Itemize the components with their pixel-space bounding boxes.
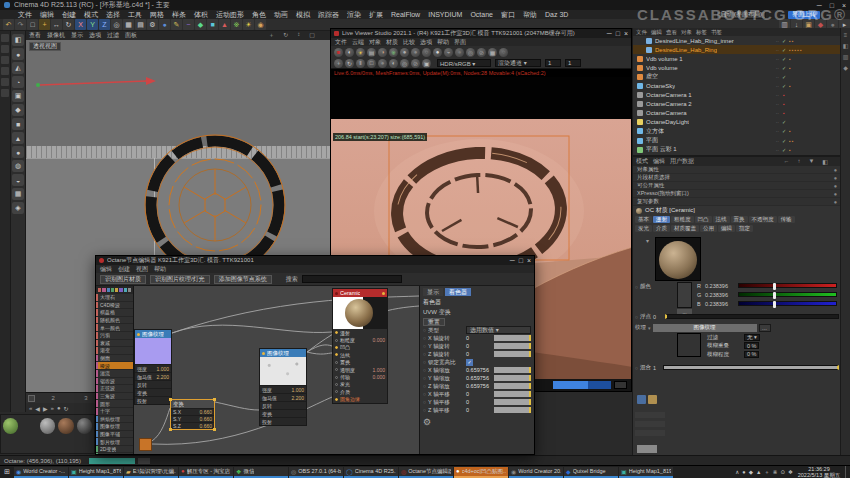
redo-icon[interactable]: ↷ [15,19,26,30]
value-slider[interactable] [494,391,531,397]
image-texture-node-2[interactable]: 图像纹理 强度1.000伽马值2.200反转变换投射 [259,348,307,426]
texture-param-row[interactable]: 过滤 无 ▾ [707,333,835,342]
task-quixel[interactable]: ◆ Quixel Bridge [564,467,618,478]
lv-toolbar-icon[interactable]: ＋ [334,59,343,68]
render-settings-icon[interactable]: ⚙ [147,19,158,30]
dock-tab-icon[interactable]: ◆ [843,64,848,71]
material-tab[interactable]: 传输 [778,216,795,223]
lv-toolbar-icon[interactable]: ‖ [356,59,365,68]
object-state-icon[interactable]: ▪ [779,101,789,107]
menu-item[interactable]: 渲染 [347,10,361,20]
texture-options-button[interactable]: ... [759,324,771,332]
lv-toolbar-icon[interactable]: ● [400,48,409,57]
object-row[interactable]: OctaneSky ·· ✓ ▪ [633,81,841,90]
value-slider[interactable] [494,343,531,349]
task-c4d[interactable]: ◯ Cinema 4D R25.1... [344,467,398,478]
float-slider[interactable] [665,314,839,319]
object-row[interactable]: OctaneCamera 2 ·· ▪ [633,100,841,109]
mode-icon[interactable] [1,45,9,53]
lv-toolbar-icon[interactable]: ☀ [356,48,365,57]
object-tags[interactable]: ▪ [789,147,841,153]
menu-item[interactable]: 角色 [252,10,266,20]
lv-toolbar-icon[interactable]: ◐ [389,59,398,68]
generator-icon[interactable]: ◆ [195,19,206,30]
lv-field-1[interactable]: 1 [545,59,561,67]
material-thumbnail[interactable] [3,418,18,434]
node-param-row[interactable]: S.Z0.660 [171,422,214,429]
float-node[interactable] [139,438,152,451]
material-manager[interactable] [0,414,95,454]
object-state-icon[interactable]: ✓ [779,147,789,153]
material-thumbnail[interactable] [58,418,73,434]
lv-toolbar-icon[interactable]: ● [378,59,387,68]
translate-row[interactable]: ○Y 轴平移0 [423,398,531,406]
object-row[interactable]: Vdb volume ·· ✓ ▪ [633,63,841,72]
input-port[interactable] [335,368,338,371]
menu-item[interactable]: 窗口 [501,10,515,20]
node-param-row[interactable]: S.Y0.660 [171,415,214,422]
viewport-menu-item[interactable]: 显示 [71,31,83,40]
lv-toolbar-icon[interactable]: ◒ [444,48,453,57]
object-state-icon[interactable]: ✓ [779,83,789,89]
object-state-icon[interactable]: ✓ [779,65,789,71]
rotation-row[interactable]: ○Y 轴旋转0 [423,342,531,350]
tray-icon[interactable]: ⊙ [780,469,785,475]
type-dropdown[interactable]: 选用数值 ▾ [466,326,531,334]
menu-item[interactable]: 编辑 [40,10,54,20]
task-folder[interactable]: ▰ E:\知识管理\元编... [124,467,178,478]
object-row[interactable]: 平面 云彩 1 ·· ✓ ▪ [633,145,841,154]
primitive-cube-icon[interactable]: ● [159,19,170,30]
node-type-item[interactable]: 十字 [96,408,133,415]
lv-toolbar-icon[interactable]: □ [367,59,376,68]
tool-icon[interactable]: ● [12,146,24,158]
field-icon[interactable]: ※ [231,19,242,30]
y-axis-icon[interactable]: Y [87,19,98,30]
viewport-nav-icon[interactable]: ＋ [268,31,274,40]
tray-icon[interactable]: ❖ [788,469,793,475]
task-height-map-1[interactable]: ▣ Height Map1_8T6... [69,467,123,478]
tab-display[interactable]: 显示 [423,288,443,296]
menu-item[interactable]: 模拟 [296,10,310,20]
object-row[interactable]: OctaneCamera ·· ▪ [633,109,841,118]
filter-icon[interactable]: ▼ [808,158,814,165]
input-port[interactable] [335,361,338,364]
node-tool-button[interactable]: 添加图像节点系统 [214,275,272,284]
tray-icon[interactable]: ※ [773,469,778,475]
lv-field-2[interactable]: 1 [565,59,581,67]
tool-icon[interactable]: ● [12,48,24,60]
tray-icon[interactable]: ＋ [764,469,770,476]
object-tags[interactable]: ▪▪▪▪▪ [789,47,841,53]
select-icon[interactable]: □ [27,19,38,30]
render-pass-dropdown[interactable]: 渲染通道 ▾ [495,59,541,67]
viewport-menu-item[interactable]: 面板 [125,31,137,40]
mode-icon[interactable] [1,78,9,86]
object-state-icon[interactable]: ✓ [779,119,789,125]
object-state-icon[interactable]: ✓ [779,74,789,80]
up-icon[interactable]: ↑ [797,158,800,165]
task-octane-editor[interactable]: ◎ Octane节点编辑器... [399,467,453,478]
object-state-icon[interactable]: ✓ [779,138,789,144]
ceramic-material-node[interactable]: Ceramic 漫射 粗糙度 [332,288,388,404]
object-state-icon[interactable]: ▪ [779,92,789,98]
lv-toolbar-icon[interactable]: ▤ [367,48,376,57]
node-type-item[interactable]: 影片纹理 [96,438,133,445]
node-type-item[interactable]: 渐变 [96,347,133,354]
rgb-row[interactable]: R 0.238396 [697,281,837,290]
tool-icon[interactable]: ▦ [12,188,24,200]
material-port-row[interactable]: 凹凸 [333,344,387,351]
node-type-item[interactable]: 污垢 [96,332,133,339]
material-port-row[interactable]: 粗糙度 0.000 [333,336,387,343]
viewport-menu-item[interactable]: 查看 [29,31,41,40]
menu-item[interactable]: RealFlow [391,11,420,18]
material-tab[interactable]: 漫射 [653,216,670,223]
node-type-item[interactable]: 圆形 [96,400,133,407]
scale-row[interactable]: ○X 轴缩放0.659756 [423,366,531,374]
node-param-row[interactable]: 投射 [260,417,306,425]
object-state-icon[interactable]: ✓ [779,56,789,62]
rotate-icon[interactable]: ↻ [63,19,74,30]
node-type-item[interactable]: 随机颜色 [96,317,133,324]
lock-aspect-row[interactable]: ○锁定宽高比 ✓ [423,358,531,366]
lv-toolbar-icon[interactable]: ● [433,48,442,57]
am-menu-item[interactable]: 用户数据 [670,157,694,166]
task-c4d-oc[interactable]: ● c4d+oc|凹凸贴图... [454,467,508,478]
